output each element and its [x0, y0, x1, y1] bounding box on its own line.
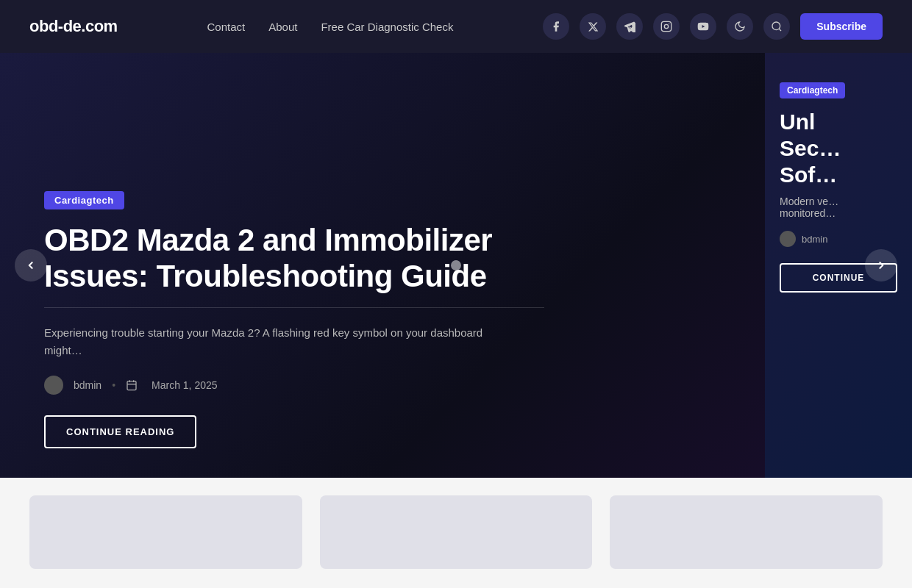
- slider-prev-button[interactable]: [15, 249, 47, 282]
- author-avatar: [44, 376, 63, 395]
- svg-rect-0: [662, 21, 671, 31]
- svg-point-3: [772, 22, 780, 30]
- slide-content: Cardiagtech OBD2 Mazda 2 and Immobilizer…: [44, 191, 544, 448]
- bottom-card-2: [320, 495, 593, 569]
- slide-divider: [44, 307, 544, 308]
- bottom-card-3: [610, 495, 883, 569]
- peek-slide-excerpt: Modern ve… monitored…: [780, 196, 897, 219]
- peek-slide-meta: bdmin: [780, 231, 897, 247]
- calendar-icon: [126, 379, 138, 391]
- slider-next-button[interactable]: [865, 249, 897, 282]
- main-nav: Contact About Free Car Diagnostic Check: [207, 21, 453, 33]
- article-date: March 1, 2025: [152, 379, 218, 391]
- svg-point-1: [665, 24, 669, 28]
- peek-author-name: bdmin: [802, 234, 827, 245]
- facebook-icon[interactable]: [543, 13, 569, 40]
- slide-excerpt: Experiencing trouble starting your Mazda…: [44, 324, 515, 359]
- telegram-icon[interactable]: [616, 13, 643, 40]
- site-logo[interactable]: obd-de.com: [29, 17, 118, 36]
- svg-rect-5: [127, 381, 136, 390]
- author-name: bdmin: [74, 379, 101, 391]
- slide-category-tag: Cardiagtech: [44, 191, 124, 209]
- bottom-card-1: [29, 495, 302, 569]
- twitter-x-icon[interactable]: [580, 13, 606, 40]
- site-header: obd-de.com Contact About Free Car Diagno…: [0, 0, 912, 53]
- nav-free-diagnostic[interactable]: Free Car Diagnostic Check: [321, 21, 453, 33]
- search-button[interactable]: [763, 13, 790, 40]
- peek-author-avatar: [780, 231, 796, 247]
- bottom-cards-section: [0, 478, 912, 569]
- svg-line-4: [779, 29, 781, 31]
- svg-point-2: [669, 24, 669, 24]
- subscribe-button[interactable]: Subscribe: [800, 13, 883, 40]
- youtube-icon[interactable]: [690, 13, 716, 40]
- nav-contact[interactable]: Contact: [207, 21, 245, 33]
- dark-mode-toggle[interactable]: [727, 13, 753, 40]
- slider-dot-indicator: [451, 260, 461, 270]
- nav-about[interactable]: About: [268, 21, 297, 33]
- hero-section: Cardiagtech OBD2 Mazda 2 and Immobilizer…: [0, 53, 912, 478]
- header-right: Subscribe: [543, 13, 883, 40]
- peek-category-tag: Cardiagtech: [780, 82, 845, 98]
- instagram-icon[interactable]: [653, 13, 680, 40]
- slide-meta: bdmin • March 1, 2025: [44, 376, 544, 395]
- slider-container: Cardiagtech OBD2 Mazda 2 and Immobilizer…: [0, 53, 912, 478]
- slide-title: OBD2 Mazda 2 and Immobilizer Issues: Tro…: [44, 223, 544, 294]
- peek-slide-title: UnlSec…Sof…: [780, 109, 897, 188]
- continue-reading-button[interactable]: CONTINUE READING: [44, 415, 196, 448]
- meta-separator: •: [112, 379, 115, 391]
